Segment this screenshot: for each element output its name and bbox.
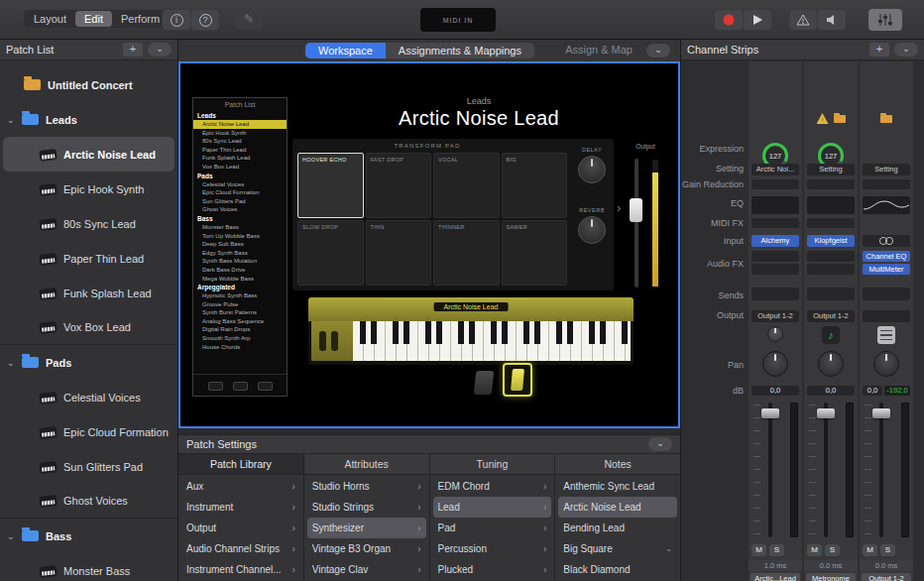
- help-button[interactable]: ?: [191, 10, 219, 30]
- pan-knob[interactable]: [762, 351, 788, 377]
- library-item[interactable]: Studio Horns›: [307, 476, 426, 497]
- patch-list-item[interactable]: Paper Thin Lead: [0, 241, 177, 276]
- channel-strips-toggle-button[interactable]: [868, 9, 902, 31]
- pan-knob[interactable]: [873, 351, 899, 377]
- workspace-action-menu-button[interactable]: ⌄: [646, 44, 670, 58]
- mini-list-item[interactable]: Smooth Synth Arp: [193, 334, 287, 343]
- library-item[interactable]: Instrument Channel...›: [181, 559, 300, 580]
- patch-list-item[interactable]: Epic Hook Synth: [0, 172, 177, 206]
- disclosure-triangle-icon[interactable]: ⌄: [7, 115, 15, 125]
- library-item[interactable]: Vintage B3 Organ›: [307, 538, 426, 559]
- library-item[interactable]: Studio Strings›: [307, 497, 426, 518]
- mini-list-item[interactable]: 80s Sync Lead: [193, 137, 287, 146]
- expression-mini-knob-icon[interactable]: [767, 326, 783, 342]
- mini-list-item[interactable]: Arctic Noise Lead: [193, 120, 287, 129]
- patch-list-item[interactable]: Arctic Noise Lead: [3, 137, 174, 172]
- add-patch-button[interactable]: +: [123, 43, 143, 57]
- library-item[interactable]: Audio Channel Strips›: [181, 538, 300, 559]
- pedal-highlighted[interactable]: [503, 363, 532, 397]
- patch-list-item[interactable]: Monster Bass: [0, 553, 177, 581]
- edit-pencil-button[interactable]: ✎: [235, 9, 263, 29]
- play-button[interactable]: [744, 10, 771, 30]
- tab-tuning[interactable]: Tuning: [430, 454, 556, 474]
- patch-list-item[interactable]: 80s Sync Lead: [0, 206, 177, 241]
- transform-pad-cell[interactable]: SLOW DROP: [297, 220, 364, 286]
- output-slot[interactable]: Output 1-2: [807, 310, 855, 322]
- tab-notes[interactable]: Notes: [555, 454, 680, 474]
- sends-slot[interactable]: [863, 288, 910, 300]
- library-item[interactable]: EDM Chord›: [433, 476, 552, 497]
- library-item[interactable]: Black Diamond: [558, 559, 677, 580]
- assign-and-map-button[interactable]: Assign & Map: [565, 44, 633, 56]
- patch-list-item[interactable]: Funk Splash Lead: [0, 276, 177, 310]
- audio-fx-slot[interactable]: Channel EQ: [863, 251, 910, 262]
- patch-list-folder[interactable]: ⌄Leads: [0, 102, 177, 137]
- patch-list-concert[interactable]: Untitled Concert: [0, 67, 177, 102]
- patch-list-item[interactable]: Celestial Voices: [0, 380, 177, 414]
- setting-button[interactable]: Setting: [863, 164, 910, 175]
- audio-fx-slot[interactable]: [751, 264, 799, 275]
- library-item[interactable]: Plucked›: [433, 559, 552, 580]
- solo-button[interactable]: S: [880, 544, 895, 556]
- transform-pad-cell[interactable]: THINNER: [433, 220, 500, 286]
- reverb-knob[interactable]: [578, 216, 606, 244]
- add-channel-strip-button[interactable]: +: [869, 43, 889, 57]
- patch-list-item[interactable]: Ghost Voices: [0, 484, 177, 519]
- tuner-button[interactable]: i: [163, 10, 190, 30]
- patch-settings-action-menu-button[interactable]: ⌄: [648, 437, 672, 451]
- mini-list-item[interactable]: Ghost Voices: [193, 205, 287, 214]
- library-item[interactable]: Output›: [181, 518, 300, 538]
- pedal[interactable]: [474, 371, 495, 395]
- transform-pad-cell[interactable]: VOCAL: [433, 153, 500, 218]
- solo-button[interactable]: S: [769, 544, 784, 556]
- patch-list-item[interactable]: Vox Box Lead: [0, 310, 177, 345]
- mini-list-item[interactable]: Torn Up Wobble Bass: [193, 232, 287, 241]
- setting-button[interactable]: Arctic Noi...: [751, 164, 799, 175]
- mini-list-item[interactable]: Dark Bass Drive: [193, 266, 287, 275]
- transform-pad-cell[interactable]: HOOVER ECHO: [297, 153, 364, 218]
- delay-knob[interactable]: [578, 156, 606, 183]
- library-item[interactable]: Synthesizer›: [307, 518, 426, 538]
- audio-fx-slot[interactable]: MultiMeter: [863, 264, 910, 275]
- mod-wheel[interactable]: [331, 331, 338, 351]
- library-item[interactable]: Pad›: [433, 518, 552, 538]
- mini-list-item[interactable]: Funk Splash Lead: [193, 154, 287, 163]
- gain-reduction-slot[interactable]: [863, 179, 910, 189]
- mini-list-item[interactable]: Digital Rain Drops: [193, 325, 287, 334]
- patch-list-folder[interactable]: ⌄Bass: [0, 519, 177, 553]
- panic-button[interactable]: [789, 10, 817, 30]
- patch-list-folder[interactable]: ⌄Pads: [0, 345, 177, 380]
- disclosure-triangle-icon[interactable]: ⌄: [7, 358, 15, 368]
- patch-list-action-menu-button[interactable]: ⌄: [148, 43, 172, 57]
- channel-strip-name[interactable]: Metronome: [806, 573, 856, 581]
- transform-pad-cell[interactable]: THIN: [366, 220, 432, 286]
- mini-control[interactable]: [233, 382, 248, 391]
- eq-thumbnail-slot[interactable]: [751, 196, 799, 214]
- output-slot[interactable]: Output 1-2: [751, 310, 799, 322]
- channel-strip-name[interactable]: Output 1-2: [862, 573, 911, 581]
- mode-perform-button[interactable]: Perform: [112, 11, 169, 27]
- fader-cap[interactable]: [872, 408, 890, 418]
- library-item[interactable]: Big Square⌄: [558, 538, 677, 559]
- keyboard-keys[interactable]: [353, 321, 631, 361]
- mini-list-item[interactable]: Monster Bass: [193, 223, 287, 232]
- mini-list-item[interactable]: Celestial Voices: [193, 180, 287, 189]
- mini-list-item[interactable]: Epic Cloud Formation: [193, 188, 287, 197]
- mini-list-item[interactable]: Synth Burst Patterns: [193, 308, 287, 317]
- setting-button[interactable]: Setting: [807, 164, 855, 175]
- library-item[interactable]: Arctic Noise Lead: [558, 497, 677, 518]
- audio-fx-slot[interactable]: [751, 251, 799, 262]
- transform-pad-cell[interactable]: FAST DROP: [366, 153, 432, 218]
- channel-strips-action-menu-button[interactable]: ⌄: [894, 43, 918, 57]
- volume-db-value[interactable]: 0,0: [807, 386, 855, 396]
- fader-cap[interactable]: [817, 408, 835, 418]
- pan-knob[interactable]: [818, 351, 844, 377]
- transform-pad-cell[interactable]: BIG: [502, 153, 568, 218]
- mini-control[interactable]: [208, 382, 223, 391]
- solo-button[interactable]: S: [825, 544, 840, 556]
- gain-reduction-slot[interactable]: [807, 179, 855, 189]
- audio-fx-slot[interactable]: [807, 264, 855, 275]
- tab-workspace[interactable]: Workspace: [305, 43, 386, 58]
- library-item[interactable]: Bending Lead: [558, 518, 677, 538]
- mini-list-item[interactable]: Sun Glitters Pad: [193, 197, 287, 206]
